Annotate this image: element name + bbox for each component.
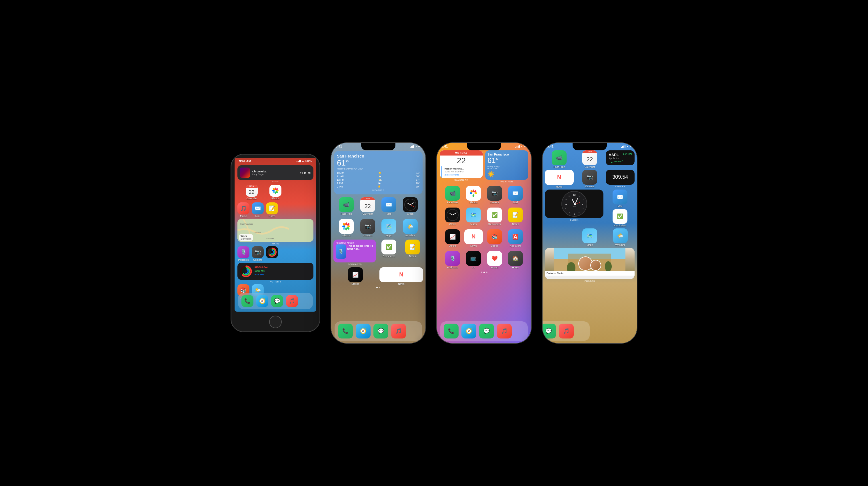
reminders-app-4[interactable]: ✅ Reminders [605,209,634,227]
books-app-3[interactable]: 📚 Books [485,229,504,248]
weather-app-4[interactable]: 🌤️ Weather [606,228,634,247]
music-info-1: Chromatica Lady Gaga [252,170,297,175]
news-app-2[interactable]: N News [379,267,423,286]
facetime-icon-2: 📹 [339,197,354,212]
podcasts-app-3[interactable]: 🎙️ Podcasts [443,251,462,269]
messages-dock-4[interactable]: 💬 [542,324,556,339]
music-app-1[interactable]: 🎵 Music [238,202,249,218]
home-button-1[interactable] [269,316,282,328]
svg-text:Sunnyvale: Sunnyvale [266,237,274,239]
stocks-app-2[interactable]: 📈 Stocks [334,267,377,286]
stocks-app-3[interactable]: 📈 Stocks [443,229,462,248]
status-time-1: 9:41 AM [239,159,251,163]
music-dock-2[interactable]: 🎵 [391,324,406,339]
activity-widget-1[interactable]: 375/500 CAL 19/30 MIN 4/12 HRS Activity [238,263,313,283]
camera-app-2[interactable]: 📷 Camera [358,219,377,237]
weather-hl-2: Mostly Sunny H:70° L:53° [337,168,420,170]
weather-widget-2[interactable]: San Francisco 61° Mostly Sunny H:70° L:5… [334,151,423,194]
facetime-app-4[interactable]: 📹 FaceTime [545,150,574,169]
camera-app-3[interactable]: 📷 Camera [485,186,504,204]
calendar-widget-3[interactable]: MONDAY 22 Kickoff meeting... 10:30 AM-1:… [440,150,483,183]
safari-dock-2[interactable]: 🧭 [356,324,371,339]
clock-svg-4: 12 3 6 9 1 2 4 5 7 8 [562,192,588,217]
reminders-app-3[interactable]: ✅ Reminders [485,207,504,226]
notes-app-3[interactable]: 📝 Notes [506,207,525,226]
appstore-app-3[interactable]: 🅰️ App Store [506,229,525,248]
photos-app-2[interactable]: Photos [337,219,356,237]
phone-dock-2[interactable]: 📞 [338,324,353,339]
app-grid-3-row3: 📈 Stocks N News 📚 Books 🅰️ App Store [440,228,528,249]
podcasts-app-1[interactable]: 🎙️ Podcasts [238,246,249,262]
phone-dock-3[interactable]: 📞 [444,324,459,339]
tv-app-3[interactable]: 📺 TV [464,251,483,269]
calendar-app-1[interactable]: MON 22 Calendar [241,185,262,200]
reminders-app-2[interactable]: ✅ Reminders [378,239,400,266]
weather-icon-4: 🌤️ [613,228,628,243]
next-icon[interactable]: ⏭ [308,171,311,175]
messages-dock-1[interactable]: 💬 [271,295,283,307]
podcast-widget-2[interactable]: RECENTLY ADDED 🎙️ This Is Good Time To S… [334,239,376,266]
facetime-app-2[interactable]: 📹 FaceTime [337,197,356,216]
safari-dock-3[interactable]: 🧭 [461,324,476,339]
news-app-3[interactable]: N News [464,229,483,248]
photos-app-1[interactable]: Photos [265,185,286,200]
messages-dock-3[interactable]: 💬 [479,324,494,339]
mail-app-1[interactable]: ✉️ Mail [252,202,264,218]
activity-app-1[interactable] [266,246,278,262]
camera-icon-1: 📷 [252,246,264,258]
notch-2 [361,143,396,150]
camera-app-1[interactable]: 📷 Camera [252,246,264,262]
maps-widget-1[interactable]: San Francisco Oakland San Mateo Sunnyval… [238,219,313,245]
music-dock-3[interactable]: 🎵 [497,324,512,339]
facetime-icon-4: 📹 [552,150,566,165]
health-app-3[interactable]: ❤️ Health [485,251,504,269]
photos-icon-1 [270,185,281,197]
svg-text:BER: BER [574,206,577,207]
music-widget-1[interactable]: Chromatica Lady Gaga ⏮ ▶ ⏭ Music [238,165,313,182]
music-icon-d2: 🎵 [391,324,406,339]
notes-app-2[interactable]: 📝 Notes [402,239,424,266]
phone-4-screen: 9:41 ▲ ▬ 📹 FaceTime [542,143,637,343]
music-dock-1[interactable]: 🎵 [286,295,298,307]
home-app-3[interactable]: 🏠 Home [506,251,525,269]
aapl-widget-4[interactable]: AAPL Apple Inc. ++1.89 [606,150,634,169]
facetime-app-3[interactable]: 📹 FaceTime [443,186,462,204]
photos-app-3[interactable]: Photos [464,186,483,204]
mail-app-3[interactable]: ✉️ Mail [506,186,525,204]
status-time-3: 9:41 [441,145,448,148]
featured-photo-widget-4[interactable]: Featured Photo Photos [545,248,634,282]
weather-widget-3[interactable]: San Francisco 61° Mostly Sunny H:70° L:5… [485,150,528,183]
maps-app-2[interactable]: 🗺️ Maps [379,219,399,237]
calendar-app-2[interactable]: MON 22 Calendar [358,197,377,216]
prev-icon[interactable]: ⏮ [300,171,303,175]
clock-widget-4[interactable]: 12 3 6 9 1 2 4 5 7 8 [545,190,603,227]
safari-dock-1[interactable]: 🧭 [256,295,268,307]
calendar-app-4[interactable]: MON 22 Calendar [576,150,604,169]
stocks-widget-4[interactable]: 309.54 Stocks [606,170,634,189]
mail-app-2[interactable]: ✉️ Mail [379,197,399,216]
reminders-icon-3: ✅ [487,207,502,222]
mail-icon-4: ✉️ [613,190,627,204]
music-dock-4[interactable]: 🎵 [559,324,574,339]
news-app-4[interactable]: N News [545,170,574,189]
clock-app-3[interactable]: Clock [443,207,462,226]
notes-label-1: Notes [269,215,275,218]
clock-app-2[interactable]: Clock [401,197,420,216]
mail-app-4[interactable]: ✉️ Mail [605,190,634,208]
maps-app-4[interactable]: 🗺️ Maps [576,228,604,247]
phone-dock-1[interactable]: 📞 [241,295,253,307]
weather-row-2: 12 PM⛅67° [337,178,420,181]
play-icon[interactable]: ▶ [304,171,307,175]
maps-app-3[interactable]: 🗺️ Maps [464,207,483,226]
music-artwork-1 [240,168,250,178]
news-icon-3: N [464,229,483,244]
svg-point-37 [472,194,474,197]
notes-app-1[interactable]: 📝 Notes [266,202,278,218]
weather-app-2[interactable]: 🌤️ Weather [401,219,420,237]
camera-app-4[interactable]: 📷 Camera [576,170,604,189]
clock-row-4: 12 3 6 9 1 2 4 5 7 8 [545,190,634,227]
battery-icon-4: ▬ [630,145,632,148]
mail-icon-1: ✉️ [252,202,264,215]
messages-dock-2[interactable]: 💬 [373,324,388,339]
svg-point-27 [345,222,347,225]
